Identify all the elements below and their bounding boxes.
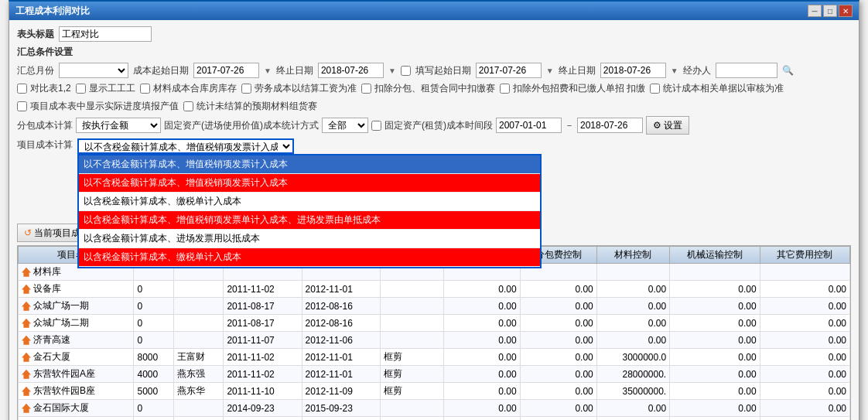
- cb-row-8: 项目成本表中显示实际进度填报产值: [17, 100, 179, 113]
- dropdown-item-0[interactable]: 以不含税金额计算成本、增值税销项发票计入成本: [79, 155, 540, 174]
- tianzhi-end-label: 终止日期: [559, 64, 596, 77]
- main-window: 工程成本利润对比 ─ □ ✕ 表头标题 汇总条件设置 汇总月份 成本起始日期 ▼…: [9, 0, 859, 420]
- jingjianren-label: 经办人: [683, 64, 711, 77]
- cb-tongji2-label: 统计未结算的预期材料组货赛: [196, 100, 317, 113]
- th-mech: 机械运输控制: [670, 247, 760, 264]
- home-icon: [22, 285, 31, 294]
- home-icon: [22, 353, 31, 362]
- cb-tongji1[interactable]: [650, 84, 660, 94]
- cb-row-3: 材料成本合库房库存: [140, 82, 237, 95]
- title-bar: 工程成本利润对比 ─ □ ✕: [9, 2, 859, 20]
- tianzhi-end-input[interactable]: [600, 63, 666, 78]
- table-row[interactable]: 金石大厦8000王富财2011-11-022012-11-01框剪0.000.0…: [19, 349, 850, 366]
- dropdown-item-1[interactable]: 以不含税金额计算成本、增值税销项发票计入成本: [79, 174, 540, 193]
- table-row[interactable]: 阳光100东方海02018-04-262019-04-260.000.000.0…: [19, 417, 850, 421]
- minimize-button[interactable]: ─: [808, 5, 822, 17]
- table-row[interactable]: 设备库02011-11-022012-11-010.000.000.000.00…: [19, 281, 850, 298]
- checkbox-group: 对比表1,2 显示工工工 材料成本合库房库存 劳务成本以结算工资为准 扣除分包、…: [17, 82, 851, 113]
- cb-xiangmu-label: 项目成本表中显示实际进度填报产值: [30, 100, 179, 113]
- home-icon: [22, 268, 31, 277]
- close-button[interactable]: ✕: [839, 5, 853, 17]
- home-icon: [22, 302, 31, 311]
- biaoti-label: 表头标题: [17, 28, 54, 41]
- cb-tongji2[interactable]: [183, 101, 193, 111]
- gudingzichan-label: 固定资产(进场使用价值)成本统计方式: [164, 119, 319, 132]
- cb-row-4: 劳务成本以结算工资为准: [241, 82, 357, 95]
- cb-row-7: 统计成本相关单据以审核为准: [650, 82, 784, 95]
- dropdown-item-3[interactable]: 以含税金额计算成本、增值税销项发票单计入成本、进场发票由单抵成本: [79, 211, 540, 230]
- jingjianren-icon[interactable]: 🔍: [782, 65, 794, 76]
- cb-duibiao[interactable]: [17, 84, 27, 94]
- project-calc-select[interactable]: 以不含税金额计算成本、增值税销项发票计入成本: [77, 138, 294, 154]
- table-row[interactable]: 东营软件园B座5000燕东华2011-11-102012-11-09框剪0.00…: [19, 383, 850, 400]
- date-row: 汇总月份 成本起始日期 ▼ 终止日期 ▼ 填写起始日期 ▼ 终止日期 ▼ 经办人…: [17, 63, 851, 78]
- cb-xianshi[interactable]: [76, 84, 86, 94]
- dropdown-item-5[interactable]: 以含税金额计算成本、缴税单计入成本: [79, 248, 540, 267]
- refresh-icon: ↺: [24, 227, 32, 238]
- main-table-container: 项目名称 面积 负责人 开始日期 设计日期 结构层数 总成本控制 分包费控制 材…: [17, 245, 851, 420]
- home-icon: [22, 404, 31, 413]
- cb-row-9: 统计未结算的预期材料组货赛: [183, 100, 317, 113]
- fenbao-select[interactable]: 按执行金额: [76, 118, 161, 133]
- tianzhi-checkbox[interactable]: [401, 66, 411, 76]
- main-table: 项目名称 面积 负责人 开始日期 设计日期 结构层数 总成本控制 分包费控制 材…: [18, 246, 850, 420]
- cb-kouchu1-label: 扣除分包、租赁合同中扣缴赛: [374, 82, 495, 95]
- table-row[interactable]: 众城广场一期02011-08-172012-08-160.000.000.000…: [19, 298, 850, 315]
- date-end2[interactable]: [577, 118, 643, 133]
- project-calc-dropdown-list: 以不含税金额计算成本、增值税销项发票计入成本 以不含税金额计算成本、增值税销项发…: [77, 154, 542, 268]
- dropdown-item-2[interactable]: 以含税金额计算成本、缴税单计入成本: [79, 193, 540, 211]
- main-content: 表头标题 汇总条件设置 汇总月份 成本起始日期 ▼ 终止日期 ▼ 填写起始日期 …: [9, 20, 859, 420]
- project-calc-row: 项目成本计算 以不含税金额计算成本、增值税销项发票计入成本 以不含税金额计算成本…: [17, 138, 851, 154]
- shezhi-button[interactable]: ⚙ 设置: [646, 116, 689, 135]
- chengben-end-input[interactable]: [318, 63, 384, 78]
- chengben-start-label: 成本起始日期: [133, 64, 189, 77]
- home-icon: [22, 319, 31, 328]
- date-start2[interactable]: [496, 118, 562, 133]
- gudingzichan2-label: 固定资产(租赁)成本时间段: [384, 119, 493, 132]
- tianzhi-start-label: 填写起始日期: [415, 64, 471, 77]
- th-mat: 材料控制: [596, 247, 669, 264]
- cb-row-5: 扣除分包、租赁合同中扣缴赛: [361, 82, 495, 95]
- window-controls: ─ □ ✕: [808, 5, 853, 17]
- cb-kouchu2-label: 扣除外包招费和已缴人单招 扣缴: [513, 82, 645, 95]
- fenbao-label: 分包成本计算: [17, 119, 73, 132]
- table-row[interactable]: 金石国际大厦02014-09-232015-09-230.000.000.000…: [19, 400, 850, 417]
- biaoti-input[interactable]: [59, 26, 152, 42]
- th-other: 其它费用控制: [760, 247, 849, 264]
- table-body: 材料库设备库02011-11-022012-11-010.000.000.000…: [19, 264, 850, 421]
- chengben-start-input[interactable]: [193, 63, 259, 78]
- home-icon: [22, 370, 31, 379]
- cb-cailiao[interactable]: [140, 84, 150, 94]
- fenbao-row: 分包成本计算 按执行金额 固定资产(进场使用价值)成本统计方式 全部 固定资产(…: [17, 116, 851, 135]
- huizong-month-select[interactable]: [59, 63, 128, 78]
- tianzhi-start-input[interactable]: [476, 63, 542, 78]
- maximize-button[interactable]: □: [823, 5, 837, 17]
- huizong-section-label: 汇总条件设置: [17, 46, 73, 59]
- cb-laowu[interactable]: [241, 84, 251, 94]
- home-icon: [22, 387, 31, 396]
- cb-xiangmu[interactable]: [17, 101, 27, 111]
- shezhi-icon: ⚙: [653, 120, 661, 131]
- cb-kouchu2[interactable]: [500, 84, 510, 94]
- gudingzichan2-checkbox[interactable]: [371, 121, 381, 131]
- zhongzhi-label: 终止日期: [276, 64, 313, 77]
- biaoti-row: 表头标题: [17, 26, 851, 42]
- cb-laowu-label: 劳务成本以结算工资为准: [255, 82, 357, 95]
- table-row[interactable]: 东营软件园A座4000燕东强2011-11-022012-11-01框剪0.00…: [19, 366, 850, 383]
- cb-xianshi-label: 显示工工工: [89, 82, 135, 95]
- window-title: 工程成本利润对比: [15, 5, 90, 18]
- cb-cailiao-label: 材料成本合库房库存: [153, 82, 237, 95]
- table-row[interactable]: 济青高速02011-11-072012-11-060.000.000.000.0…: [19, 332, 850, 349]
- jingjianren-input[interactable]: [716, 63, 777, 78]
- cb-row-6: 扣除外包招费和已缴人单招 扣缴: [500, 82, 645, 95]
- cb-duibiao-label: 对比表1,2: [30, 82, 71, 95]
- cb-row-1: 对比表1,2: [17, 82, 71, 95]
- project-calc-dropdown-container: 以不含税金额计算成本、增值税销项发票计入成本 以不含税金额计算成本、增值税销项发…: [77, 138, 294, 154]
- cb-kouchu1[interactable]: [361, 84, 371, 94]
- dropdown-item-4[interactable]: 以含税金额计算成本、进场发票用以抵成本: [79, 230, 540, 248]
- xiangmu-calc-label: 项目成本计算: [17, 138, 73, 152]
- home-icon: [22, 336, 31, 345]
- gudingzichan-select[interactable]: 全部: [322, 118, 368, 133]
- table-row[interactable]: 众城广场二期02011-08-172012-08-160.000.000.000…: [19, 315, 850, 332]
- cb-tongji1-label: 统计成本相关单据以审核为准: [663, 82, 784, 95]
